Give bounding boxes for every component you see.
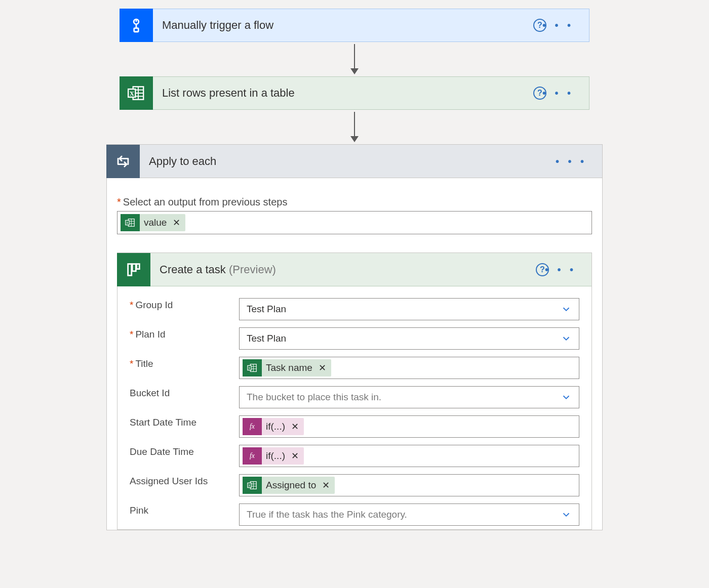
fx-icon: fx xyxy=(243,418,262,435)
field-label: Group Id xyxy=(135,300,173,310)
connector-arrow xyxy=(120,42,589,76)
step-list-rows[interactable]: X List rows present in a table ? • • • xyxy=(120,76,589,110)
field-label: Plan Id xyxy=(135,329,165,340)
pink-select[interactable]: True if the task has the Pink category. xyxy=(239,503,579,526)
chevron-down-icon xyxy=(561,392,572,403)
planner-icon xyxy=(117,253,150,286)
step-title: Apply to each xyxy=(149,155,216,168)
token-label: Task name xyxy=(266,362,312,373)
field-label: Assigned User Ids xyxy=(130,476,208,486)
excel-icon: X xyxy=(243,477,262,494)
select-output-label: *Select an output from previous steps xyxy=(117,196,592,208)
select-placeholder: The bucket to place this task in. xyxy=(247,392,381,403)
field-title: *Title X Task name ✕ xyxy=(130,353,579,383)
select-value: Test Plan xyxy=(247,333,286,344)
close-icon[interactable]: ✕ xyxy=(291,421,299,432)
svg-text:X: X xyxy=(130,90,134,97)
bucket-id-select[interactable]: The bucket to place this task in. xyxy=(239,386,579,408)
field-plan-id: *Plan Id Test Plan xyxy=(130,324,579,353)
group-id-select[interactable]: Test Plan xyxy=(239,298,579,320)
token-label: value xyxy=(144,217,167,228)
field-label: Start Date Time xyxy=(130,417,196,428)
svg-rect-15 xyxy=(128,264,132,275)
field-label: Bucket Id xyxy=(130,388,170,398)
svg-rect-1 xyxy=(134,28,139,32)
field-assigned: Assigned User Ids X Assigned to ✕ xyxy=(130,471,579,500)
apply-to-each-header[interactable]: Apply to each • • • xyxy=(107,145,602,178)
token-label: if(...) xyxy=(266,421,285,432)
close-icon[interactable]: ✕ xyxy=(319,362,326,373)
close-icon[interactable]: ✕ xyxy=(322,480,330,491)
chevron-down-icon xyxy=(561,509,572,520)
close-icon[interactable]: ✕ xyxy=(173,217,180,228)
token-assigned-to[interactable]: X Assigned to ✕ xyxy=(243,477,335,494)
chevron-down-icon xyxy=(561,333,572,344)
field-bucket-id: Bucket Id The bucket to place this task … xyxy=(130,383,579,412)
step-title: Manually trigger a flow xyxy=(162,19,273,32)
field-pink: Pink True if the task has the Pink categ… xyxy=(130,500,579,529)
svg-rect-16 xyxy=(132,264,136,271)
more-icon[interactable]: • • • xyxy=(542,88,574,99)
field-group-id: *Group Id Test Plan xyxy=(130,295,579,324)
select-output-input[interactable]: X value ✕ xyxy=(117,211,592,234)
more-icon[interactable]: • • • xyxy=(545,264,576,275)
step-create-task: Create a task (Preview) ? • • • *Group I… xyxy=(117,253,592,530)
token-value[interactable]: X value ✕ xyxy=(121,214,185,231)
svg-text:X: X xyxy=(126,221,129,225)
create-task-header[interactable]: Create a task (Preview) ? • • • xyxy=(117,253,592,286)
excel-icon: X xyxy=(243,359,262,376)
token-expression[interactable]: fx if(...) ✕ xyxy=(243,418,304,435)
connector-arrow xyxy=(120,110,589,144)
excel-icon: X xyxy=(120,76,153,110)
due-date-input[interactable]: fx if(...) ✕ xyxy=(239,445,579,467)
token-label: if(...) xyxy=(266,450,285,461)
step-title: List rows present in a table xyxy=(162,87,295,100)
field-due-date: Due Date Time fx if(...) ✕ xyxy=(130,441,579,471)
svg-rect-17 xyxy=(137,264,140,269)
assigned-input[interactable]: X Assigned to ✕ xyxy=(239,474,579,496)
select-placeholder: True if the task has the Pink category. xyxy=(247,509,407,520)
field-start-date: Start Date Time fx if(...) ✕ xyxy=(130,412,579,441)
svg-text:X: X xyxy=(248,366,251,370)
svg-text:X: X xyxy=(248,484,251,487)
chevron-down-icon xyxy=(561,304,572,315)
start-date-input[interactable]: fx if(...) ✕ xyxy=(239,415,579,438)
step-trigger[interactable]: Manually trigger a flow ? • • • xyxy=(120,9,589,42)
more-icon[interactable]: • • • xyxy=(556,155,587,167)
select-value: Test Plan xyxy=(247,304,286,315)
excel-icon: X xyxy=(121,214,140,231)
title-input[interactable]: X Task name ✕ xyxy=(239,357,579,379)
field-label: Due Date Time xyxy=(130,446,194,457)
step-apply-to-each: Apply to each • • • *Select an output fr… xyxy=(106,144,603,530)
fx-icon: fx xyxy=(243,447,262,465)
token-label: Assigned to xyxy=(266,480,316,491)
loop-icon xyxy=(106,145,140,178)
plan-id-select[interactable]: Test Plan xyxy=(239,327,579,350)
more-icon[interactable]: • • • xyxy=(542,20,574,31)
field-label: Pink xyxy=(130,505,148,516)
close-icon[interactable]: ✕ xyxy=(291,450,299,461)
trigger-icon xyxy=(120,9,153,42)
step-title: Create a task (Preview) xyxy=(160,263,276,276)
field-label: Title xyxy=(135,358,153,369)
token-expression[interactable]: fx if(...) ✕ xyxy=(243,447,304,465)
token-task-name[interactable]: X Task name ✕ xyxy=(243,359,331,376)
